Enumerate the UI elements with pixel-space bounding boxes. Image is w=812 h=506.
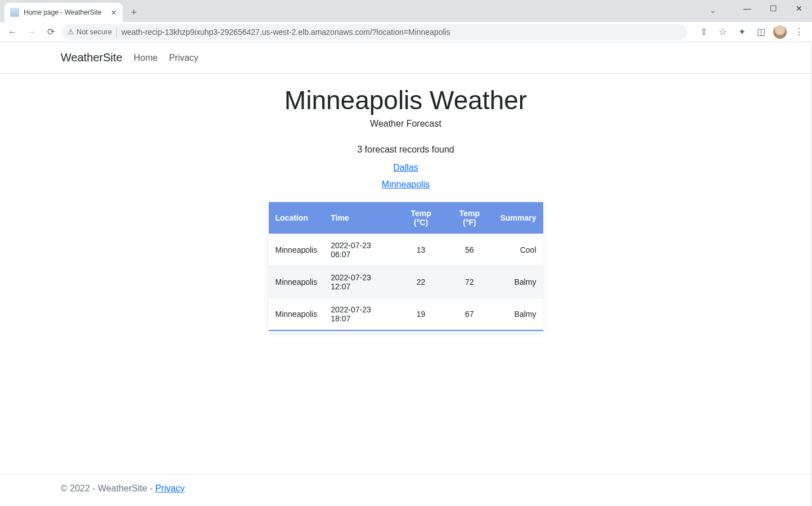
back-button[interactable]: ←: [4, 24, 20, 40]
window-maximize-button[interactable]: ☐: [760, 0, 786, 17]
security-indicator[interactable]: ⚠ Not secure: [67, 28, 112, 36]
warning-icon: ⚠: [67, 28, 74, 36]
separator: [116, 28, 117, 37]
page-title: Minneapolis Weather: [0, 85, 811, 115]
security-label: Not secure: [76, 28, 112, 36]
location-link-minneapolis[interactable]: Minneapolis: [0, 180, 811, 190]
forward-button: →: [24, 24, 39, 40]
main-content: Minneapolis Weather Weather Forecast 3 f…: [0, 74, 811, 331]
records-found: 3 forecast records found: [0, 145, 811, 155]
footer-privacy-link[interactable]: Privacy: [155, 483, 184, 493]
cell-summary: Balmy: [494, 266, 543, 298]
table-header-row: Location Time Temp (°C) Temp (°F) Summar…: [269, 202, 543, 234]
avatar-icon: [773, 25, 787, 39]
cell-time: 2022-07-23 18:07: [324, 298, 396, 330]
page-viewport: WeatherSite Home Privacy Minneapolis Wea…: [0, 42, 812, 506]
col-location: Location: [269, 202, 324, 234]
forecast-table: Location Time Temp (°C) Temp (°F) Summar…: [269, 202, 543, 331]
cell-summary: Cool: [494, 234, 543, 266]
col-time: Time: [324, 202, 396, 234]
cell-time: 2022-07-23 06:07: [324, 234, 396, 266]
cell-temp-c: 13: [396, 234, 445, 266]
browser-tab[interactable]: Home page - WeatherSite ✕: [4, 3, 123, 22]
new-tab-button[interactable]: +: [126, 5, 142, 20]
window-close-button[interactable]: ✕: [786, 0, 812, 17]
cell-temp-f: 67: [445, 298, 494, 330]
table-row: Minneapolis 2022-07-23 06:07 13 56 Cool: [269, 234, 543, 266]
page-subtitle: Weather Forecast: [0, 119, 811, 129]
profile-avatar[interactable]: [772, 24, 788, 40]
cell-temp-c: 22: [396, 266, 445, 298]
extensions-icon[interactable]: ✦: [733, 24, 750, 40]
cell-temp-c: 19: [396, 298, 445, 330]
cell-location: Minneapolis: [269, 298, 324, 330]
browser-toolbar: ← → ⟳ ⚠ Not secure weath-recip-13khzp9ix…: [0, 22, 812, 42]
nav-privacy[interactable]: Privacy: [169, 53, 198, 63]
menu-icon[interactable]: ⋮: [791, 24, 808, 40]
tab-close-icon[interactable]: ✕: [111, 8, 117, 17]
url-text: weath-recip-13khzp9ixuhp3-292656427.us-w…: [121, 28, 450, 37]
cell-temp-f: 56: [445, 234, 494, 266]
brand[interactable]: WeatherSite: [61, 51, 123, 64]
site-footer: © 2022 - WeatherSite - Privacy: [0, 474, 811, 506]
tab-title: Home page - WeatherSite: [24, 8, 102, 16]
nav-home[interactable]: Home: [134, 53, 158, 63]
col-temp-c: Temp (°C): [396, 202, 445, 234]
location-link-dallas[interactable]: Dallas: [0, 163, 811, 173]
address-bar[interactable]: ⚠ Not secure weath-recip-13khzp9ixuhp3-2…: [62, 24, 687, 40]
cell-location: Minneapolis: [269, 234, 324, 266]
table-row: Minneapolis 2022-07-23 12:07 22 72 Balmy: [269, 266, 543, 298]
reload-button[interactable]: ⟳: [43, 24, 58, 40]
bookmark-icon[interactable]: ☆: [714, 24, 731, 40]
site-navbar: WeatherSite Home Privacy: [0, 42, 811, 74]
sidepanel-icon[interactable]: ◫: [752, 24, 769, 40]
share-icon[interactable]: ⇪: [695, 24, 712, 40]
favicon-icon: [10, 8, 19, 17]
table-row: Minneapolis 2022-07-23 18:07 19 67 Balmy: [269, 298, 543, 330]
cell-summary: Balmy: [494, 298, 543, 330]
window-minimize-button[interactable]: —: [734, 0, 760, 17]
footer-copyright: © 2022 - WeatherSite -: [61, 483, 155, 493]
browser-titlebar: Home page - WeatherSite ✕ + ⌄ — ☐ ✕: [0, 0, 812, 22]
cell-time: 2022-07-23 12:07: [324, 266, 396, 298]
col-temp-f: Temp (°F): [445, 202, 494, 234]
tabs-dropdown-icon[interactable]: ⌄: [710, 6, 716, 15]
col-summary: Summary: [494, 202, 543, 234]
cell-temp-f: 72: [445, 266, 494, 298]
cell-location: Minneapolis: [269, 266, 324, 298]
